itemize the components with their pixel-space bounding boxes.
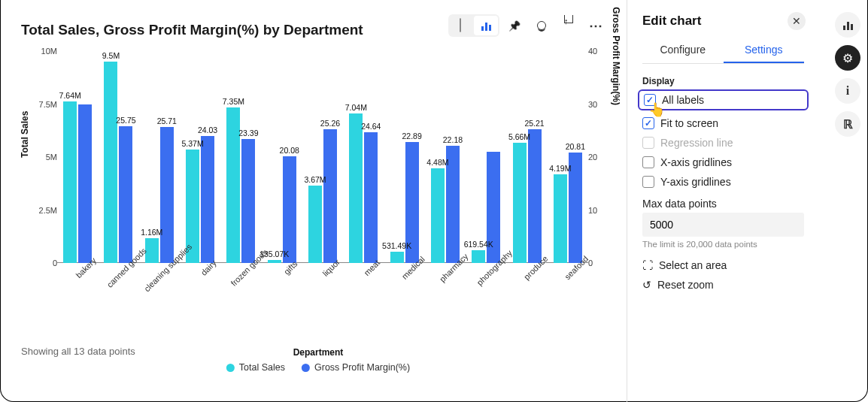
bar-total-sales[interactable]: [431, 168, 445, 263]
action-label: Select an area: [659, 259, 727, 271]
bar-total-sales[interactable]: [63, 101, 77, 263]
data-label: 7.04M: [345, 103, 367, 112]
close-panel-button[interactable]: ✕: [788, 12, 806, 30]
more-icon: [589, 17, 602, 34]
bar-total-sales[interactable]: [513, 143, 527, 263]
bar-total-sales[interactable]: [390, 252, 404, 263]
bar-gpm[interactable]: [323, 129, 337, 263]
checkbox-all-labels-row[interactable]: All labels 👆: [638, 89, 809, 110]
data-label: 7.64M: [59, 91, 81, 100]
edit-chart-panel: Edit chart ✕ Configure Settings Display …: [627, 0, 819, 402]
data-label: 3.67M: [304, 175, 326, 184]
bar-gpm[interactable]: [201, 136, 214, 263]
r-icon: ℝ: [843, 117, 853, 131]
data-label: 25.71: [157, 116, 177, 125]
gear-icon: ⚙: [842, 51, 853, 65]
table-view-button[interactable]: [448, 14, 472, 37]
checkbox-fit-row[interactable]: Fit to screen: [642, 113, 804, 133]
panel-title: Edit chart: [642, 14, 804, 29]
y1-tick: 2.5M: [39, 206, 57, 215]
legend-label: Gross Profit Margin(%): [314, 362, 410, 373]
insight-button[interactable]: [530, 14, 554, 37]
legend-item-total-sales[interactable]: Total Sales: [226, 362, 285, 373]
rail-chart-button[interactable]: [835, 12, 860, 38]
bar-gpm[interactable]: [364, 132, 378, 263]
checkbox-fit[interactable]: [642, 117, 654, 129]
info-icon: i: [846, 84, 849, 98]
data-label: 7.35M: [223, 97, 244, 106]
data-label: 25.26: [320, 119, 340, 128]
bar-total-sales[interactable]: [554, 174, 567, 263]
bar-gpm[interactable]: [241, 139, 255, 263]
data-label: 4.19M: [549, 164, 571, 173]
y1-tick: 10M: [41, 47, 57, 56]
data-label: 1.16M: [141, 228, 162, 237]
data-label: 22.18: [443, 135, 463, 144]
share-icon: [564, 15, 573, 37]
bar-total-sales[interactable]: [104, 62, 117, 263]
tab-configure[interactable]: Configure: [642, 39, 724, 63]
max-dp-label: Max data points: [642, 198, 804, 210]
tab-settings[interactable]: Settings: [724, 39, 805, 63]
y2-tick: 30: [588, 100, 597, 109]
plot-area[interactable]: 7.64M9.5M25.751.16M25.715.37M24.037.35M2…: [57, 51, 588, 263]
bar-chart-icon: [481, 20, 491, 31]
share-button[interactable]: [557, 14, 581, 37]
pin-button[interactable]: [502, 14, 527, 37]
chart-region: Total Sales, Gross Profit Margin(%) by D…: [0, 0, 624, 402]
close-icon: ✕: [792, 15, 801, 27]
bar-gpm[interactable]: [119, 126, 132, 263]
y-left-ticks: 0 2.5M 5M 7.5M 10M: [30, 51, 57, 263]
data-label: 5.37M: [181, 139, 203, 148]
rail-settings-button[interactable]: ⚙: [835, 45, 860, 71]
x-axis-title: Department: [293, 347, 344, 358]
legend-item-gpm[interactable]: Gross Profit Margin(%): [302, 362, 410, 373]
select-area-button[interactable]: ⛶ Select an area: [642, 259, 804, 271]
chart-toolbar: [448, 12, 608, 39]
max-dp-hint: The limit is 20,000 data points: [642, 240, 804, 249]
checkbox-label: X-axis gridlines: [660, 156, 732, 168]
data-label: 24.64: [361, 122, 381, 131]
bar-chart-icon: [843, 20, 853, 30]
data-label: 23.39: [238, 128, 258, 138]
table-icon: [460, 19, 461, 32]
bar-gpm[interactable]: [78, 104, 92, 264]
checkbox-ygrid[interactable]: [642, 176, 654, 188]
right-rail: ⚙ i ℝ: [833, 12, 862, 137]
bar-total-sales[interactable]: [472, 250, 485, 263]
rail-info-button[interactable]: i: [835, 78, 860, 104]
legend: Total Sales Gross Profit Margin(%): [226, 362, 410, 373]
bar-total-sales[interactable]: [349, 113, 363, 263]
bar-total-sales[interactable]: [308, 186, 322, 263]
bar-gpm[interactable]: [283, 156, 296, 263]
select-area-icon: ⛶: [642, 259, 653, 271]
legend-dot-icon: [302, 364, 310, 372]
chart-view-button[interactable]: [474, 16, 498, 35]
reset-zoom-button[interactable]: ↺ Reset zoom: [642, 279, 804, 291]
max-dp-input[interactable]: [642, 213, 804, 237]
y-left-axis-label: Total Sales: [20, 111, 30, 158]
data-label: 5.66M: [508, 132, 530, 141]
checkbox-label: Fit to screen: [660, 117, 718, 129]
bar-gpm[interactable]: [528, 129, 542, 263]
action-label: Reset zoom: [657, 279, 714, 291]
panel-tabs: Configure Settings: [642, 39, 804, 64]
cursor-icon: 👆: [648, 101, 665, 118]
checkbox-label: All labels: [662, 94, 704, 106]
bulb-icon: [537, 21, 546, 30]
y2-tick: 40: [588, 47, 597, 56]
checkbox-regression-row: Regression line: [642, 133, 804, 153]
bar-total-sales[interactable]: [268, 260, 281, 263]
checkbox-ygrid-row[interactable]: Y-axis gridlines: [642, 172, 804, 192]
data-label: 619.54K: [464, 240, 493, 249]
checkbox-regression: [642, 137, 654, 149]
data-point-count: Showing all 13 data points: [21, 346, 135, 357]
checkbox-label: Regression line: [660, 137, 733, 149]
checkbox-xgrid-row[interactable]: X-axis gridlines: [642, 153, 804, 172]
checkbox-xgrid[interactable]: [642, 156, 654, 168]
data-label: 25.21: [524, 119, 544, 128]
bar-gpm[interactable]: [160, 127, 174, 263]
data-label: 531.49K: [382, 241, 411, 250]
more-button[interactable]: [584, 14, 608, 37]
rail-r-button[interactable]: ℝ: [835, 111, 860, 137]
